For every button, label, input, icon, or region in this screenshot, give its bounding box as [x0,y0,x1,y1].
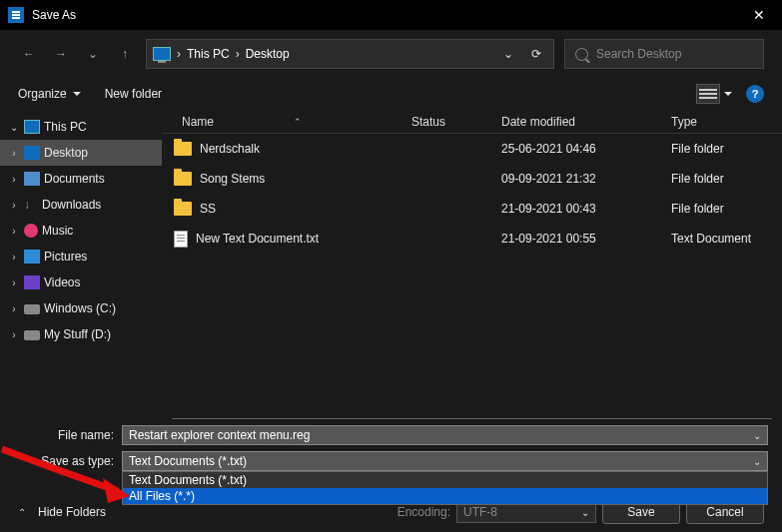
music-icon [24,224,38,238]
chevron-down-icon[interactable]: ⌄ [753,456,761,467]
toolbar: Organize New folder ? [0,78,782,110]
sidebar-item-label: Music [42,224,73,238]
forward-button[interactable]: → [50,42,72,66]
filename-input[interactable] [129,428,753,442]
breadcrumb-root[interactable]: This PC [187,47,230,61]
chevron-right-icon[interactable]: › [8,200,20,211]
sidebar-item-drive-d[interactable]: › My Stuff (D:) [0,321,162,347]
sidebar-root-label: This PC [44,120,87,134]
encoding-value: UTF-8 [463,505,497,519]
type-value: Text Documents (*.txt) [129,454,247,468]
main-pane: ⌄ This PC › Desktop › Documents › Downlo… [0,110,782,419]
encoding-label: Encoding: [397,505,450,519]
file-row[interactable]: Song Stems 09-09-2021 21:32 File folder [162,164,782,194]
search-placeholder: Search Desktop [596,47,681,61]
back-button[interactable]: ← [18,42,40,66]
type-option-all[interactable]: All Files (*.*) [123,488,767,504]
breadcrumb-dropdown[interactable]: ⌄ [503,47,513,61]
breadcrumb-sep: › [177,47,181,61]
videos-icon [24,275,40,289]
column-date[interactable]: Date modified [501,115,671,129]
chevron-right-icon[interactable]: › [8,148,20,159]
file-date: 25-06-2021 04:46 [501,142,671,156]
column-name[interactable]: Name [182,115,214,129]
sidebar-item-label: Documents [44,172,105,186]
chevron-down-icon[interactable]: ⌄ [753,430,761,441]
file-date: 21-09-2021 00:55 [501,232,671,246]
save-form: File name: ⌄ Save as type: Text Document… [0,419,782,471]
nav-bar: ← → ⌄ ↑ › This PC › Desktop ⌄ ⟳ Search D… [0,30,782,78]
sidebar-item-pictures[interactable]: › Pictures [0,244,162,269]
file-date: 21-09-2021 00:43 [501,202,671,216]
hide-folders-button[interactable]: Hide Folders [38,505,106,519]
file-name: Song Stems [200,172,265,186]
titlebar: Save As ✕ [0,0,782,30]
file-row[interactable]: Nerdschalk 25-06-2021 04:46 File folder [162,134,782,164]
sidebar: ⌄ This PC › Desktop › Documents › Downlo… [0,110,162,419]
recent-caret[interactable]: ⌄ [82,42,104,66]
chevron-down-icon [73,92,81,96]
up-button[interactable]: ↑ [114,42,136,66]
text-file-icon [174,231,188,248]
pictures-icon [24,250,40,264]
drive-icon [24,304,40,314]
sidebar-item-label: My Stuff (D:) [44,327,111,341]
sidebar-item-desktop[interactable]: › Desktop [0,140,162,166]
type-option-txt[interactable]: Text Documents (*.txt) [123,472,767,488]
file-type: File folder [671,202,782,216]
breadcrumb[interactable]: › This PC › Desktop ⌄ ⟳ [146,39,554,69]
close-button[interactable]: ✕ [736,0,782,30]
folder-icon [174,142,192,156]
sidebar-item-drive-c[interactable]: › Windows (C:) [0,295,162,321]
search-input[interactable]: Search Desktop [564,39,764,69]
sidebar-item-videos[interactable]: › Videos [0,269,162,295]
type-field[interactable]: Text Documents (*.txt) ⌄ [122,451,768,471]
downloads-icon [24,198,38,212]
sidebar-item-label: Windows (C:) [44,301,116,315]
help-button[interactable]: ? [746,85,764,103]
documents-icon [24,172,40,186]
file-pane: Name ⌃ Status Date modified Type Nerdsch… [162,110,782,419]
column-type[interactable]: Type [671,115,782,129]
chevron-down-icon[interactable] [724,92,732,96]
chevron-right-icon[interactable]: › [8,329,20,340]
drive-icon [24,330,40,340]
chevron-right-icon[interactable]: › [8,252,20,263]
file-type: File folder [671,172,782,186]
file-type: File folder [671,142,782,156]
folder-icon [174,172,192,186]
file-row[interactable]: SS 21-09-2021 00:43 File folder [162,194,782,224]
sidebar-item-label: Videos [44,275,80,289]
sidebar-item-label: Pictures [44,250,87,264]
app-icon [8,7,24,23]
view-mode-button[interactable] [696,84,720,104]
sidebar-item-this-pc[interactable]: ⌄ This PC [0,114,162,140]
file-name: Nerdschalk [200,142,260,156]
chevron-down-icon: ⌄ [581,507,589,518]
new-folder-button[interactable]: New folder [105,87,162,101]
chevron-down-icon[interactable]: ⌄ [8,122,20,133]
search-icon [575,48,588,61]
breadcrumb-leaf[interactable]: Desktop [246,47,290,61]
column-status[interactable]: Status [411,115,501,129]
file-name: New Text Document.txt [196,232,319,246]
filename-field[interactable]: ⌄ [122,425,768,445]
chevron-right-icon[interactable]: › [8,277,20,288]
folder-icon [174,202,192,216]
file-row[interactable]: New Text Document.txt 21-09-2021 00:55 T… [162,224,782,254]
chevron-up-icon: ⌃ [18,507,26,518]
sidebar-item-music[interactable]: › Music [0,218,162,244]
organize-button[interactable]: Organize [18,87,81,101]
sidebar-item-label: Desktop [44,146,88,160]
sort-indicator: ⌃ [294,117,302,127]
file-list: Nerdschalk 25-06-2021 04:46 File folder … [162,134,782,418]
sidebar-item-label: Downloads [42,198,101,212]
chevron-right-icon[interactable]: › [8,303,20,314]
chevron-right-icon[interactable]: › [8,226,20,237]
pc-icon [24,120,40,134]
sidebar-item-documents[interactable]: › Documents [0,166,162,192]
filename-label: File name: [14,428,122,442]
chevron-right-icon[interactable]: › [8,174,20,185]
sidebar-item-downloads[interactable]: › Downloads [0,192,162,218]
refresh-button[interactable]: ⟳ [531,47,541,61]
